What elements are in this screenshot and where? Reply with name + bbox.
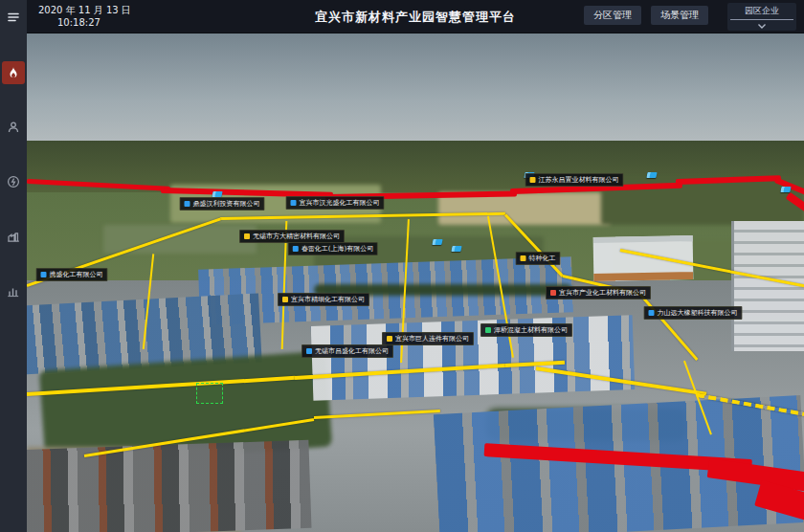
company-label-text: 春雷化工(上海)有限公司 xyxy=(302,245,373,253)
company-marker-icon xyxy=(387,336,392,342)
company-label-text: 无锡市方大精密材料有限公司 xyxy=(253,233,340,240)
truck-icon[interactable] xyxy=(646,172,657,178)
company-label[interactable]: 无锡市昌盛化工有限公司 xyxy=(302,344,393,358)
company-label-text: 携盛化工有限公司 xyxy=(50,271,103,278)
company-marker-icon xyxy=(293,246,299,252)
company-marker-icon xyxy=(521,255,526,261)
truck-icon[interactable] xyxy=(451,246,461,252)
company-label[interactable]: 携盛化工有限公司 xyxy=(36,268,108,281)
company-marker-icon xyxy=(282,297,288,302)
company-label[interactable]: 江苏永昌置业材料有限公司 xyxy=(525,173,624,187)
company-marker-icon xyxy=(550,290,556,296)
company-label-text: 江苏永昌置业材料有限公司 xyxy=(539,176,619,184)
company-marker-icon xyxy=(41,272,47,277)
company-label-text: 宜兴市精细化工有限公司 xyxy=(291,296,365,303)
menu-icon[interactable] xyxy=(2,6,25,29)
company-label-text: 无锡市昌盛化工有限公司 xyxy=(315,347,389,355)
company-marker-icon xyxy=(306,348,312,354)
company-label[interactable]: 潭桥混凝土材料有限公司 xyxy=(480,323,572,337)
chevron-down-icon xyxy=(727,20,796,30)
company-label-text: 宜兴市汉光盛化工有限公司 xyxy=(300,199,380,207)
company-marker-icon xyxy=(485,327,491,333)
app-window: 2020 年 11 月 13 日 10:18:27 宜兴市新材料产业园智慧管理平… xyxy=(0,0,804,532)
company-label[interactable]: 宜兴市巨人连件有限公司 xyxy=(382,332,474,345)
bar-chart-icon[interactable] xyxy=(2,279,25,302)
company-label[interactable]: 力山远大橡塑科技有限公司 xyxy=(644,306,743,320)
company-label[interactable]: 宜兴市汉光盛化工有限公司 xyxy=(286,196,385,210)
person-icon[interactable] xyxy=(2,116,25,139)
company-label-text: 力山远大橡塑科技有限公司 xyxy=(658,309,738,317)
truck-icon[interactable] xyxy=(432,239,442,245)
left-toolbar xyxy=(0,0,27,532)
company-marker-icon xyxy=(649,310,655,316)
company-label[interactable]: 宜兴市精细化工有限公司 xyxy=(278,293,369,306)
power-icon[interactable] xyxy=(2,170,25,193)
company-label[interactable]: 宜兴市产业化工材料有限公司 xyxy=(546,286,651,299)
park-enterprises-dropdown[interactable]: 园区企业 xyxy=(727,3,796,31)
company-marker-icon xyxy=(291,200,297,206)
company-marker-icon xyxy=(185,201,190,207)
factory-icon[interactable] xyxy=(2,225,25,248)
scene-management-button[interactable]: 场景管理 xyxy=(651,6,708,25)
truck-icon[interactable] xyxy=(780,187,791,192)
zone-management-button[interactable]: 分区管理 xyxy=(584,6,641,25)
company-label-text: 宜兴市巨人连件有限公司 xyxy=(395,335,469,343)
company-marker-icon xyxy=(530,177,536,183)
company-label-text: 特种化工 xyxy=(529,255,556,262)
dropdown-label: 园区企业 xyxy=(727,3,796,17)
map-3d-viewport[interactable]: 携盛化工有限公司鼎盛汉利投资有限公司宜兴市汉光盛化工有限公司无锡市方大精密材料有… xyxy=(27,33,804,532)
labels-layer: 携盛化工有限公司鼎盛汉利投资有限公司宜兴市汉光盛化工有限公司无锡市方大精密材料有… xyxy=(27,33,804,532)
company-marker-icon xyxy=(244,233,250,239)
company-label[interactable]: 鼎盛汉利投资有限公司 xyxy=(180,197,265,211)
company-label[interactable]: 无锡市方大精密材料有限公司 xyxy=(239,230,345,243)
company-label[interactable]: 特种化工 xyxy=(516,252,561,265)
company-label[interactable]: 春雷化工(上海)有限公司 xyxy=(288,242,378,255)
header-bar: 2020 年 11 月 13 日 10:18:27 宜兴市新材料产业园智慧管理平… xyxy=(27,0,804,33)
fire-icon[interactable] xyxy=(2,61,25,84)
company-label-text: 潭桥混凝土材料有限公司 xyxy=(494,326,568,334)
company-label-text: 宜兴市产业化工材料有限公司 xyxy=(559,289,646,297)
company-label-text: 鼎盛汉利投资有限公司 xyxy=(193,200,260,208)
